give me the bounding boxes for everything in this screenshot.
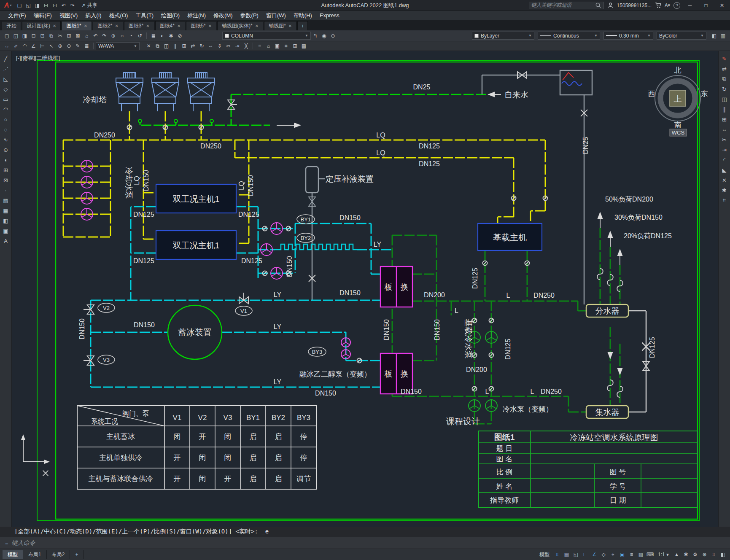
compass-north[interactable]: 北 (674, 66, 682, 74)
region-icon[interactable]: ▣ (1, 226, 11, 236)
hatch-icon[interactable]: ▨ (1, 195, 11, 205)
properties-panel-icon[interactable]: ◧ (710, 32, 719, 40)
ellipse-arc-icon[interactable]: ◖ (1, 155, 11, 165)
otrack-icon[interactable]: ⌖ (609, 550, 617, 559)
offset-right-icon[interactable]: ∥ (719, 104, 730, 114)
construction-line-icon[interactable]: ⋰ (1, 64, 11, 74)
move-right-icon[interactable]: ⇄ (719, 64, 730, 74)
copy-right-icon[interactable]: ⧉ (719, 74, 730, 84)
drawing-canvas[interactable]: [-][俯视][二维线框] (12, 51, 718, 527)
qnew-icon[interactable]: ▢ (3, 32, 11, 40)
close-icon[interactable]: ✕ (208, 24, 212, 28)
autocad-logo-icon[interactable]: A▾ (2, 2, 14, 9)
close-icon[interactable]: ✕ (177, 24, 180, 28)
rotate-icon[interactable]: ↻ (197, 42, 206, 50)
zoom-realtime-icon[interactable]: ○ (118, 32, 127, 40)
minimize-button[interactable]: ─ (684, 0, 696, 11)
sketch-icon[interactable]: ✎ (719, 54, 730, 64)
undo-tool-icon[interactable]: ↶ (91, 32, 100, 40)
break-icon[interactable]: ╳ (242, 42, 251, 50)
compass-west[interactable]: 西 (648, 90, 655, 98)
color-combo[interactable]: ByLayer▼ (472, 32, 534, 40)
create-block-icon[interactable]: ⊠ (1, 175, 11, 185)
dim-edit-icon[interactable]: ✎ (73, 42, 82, 50)
zoom-previous-icon[interactable]: ↺ (135, 32, 144, 40)
mirror-icon[interactable]: ◫ (162, 42, 171, 50)
sheet-set-icon[interactable]: ▥ (719, 32, 727, 40)
mtext-icon[interactable]: A (1, 236, 11, 246)
new-file-icon[interactable]: ▢ (15, 1, 24, 10)
layer-previous-icon[interactable]: ↰ (311, 32, 320, 40)
lineweight-icon[interactable]: ≡ (627, 550, 636, 559)
offset-icon[interactable]: ∥ (171, 42, 180, 50)
menu-file[interactable]: 文件(F) (4, 11, 30, 20)
dim-arc-icon[interactable]: ◠ (20, 42, 29, 50)
redo-icon[interactable]: ↷ (68, 1, 77, 10)
dim-angular-icon[interactable]: ∠ (29, 42, 38, 50)
menu-insert[interactable]: 插入(I) (81, 11, 105, 20)
new-layout-button[interactable]: + (70, 550, 84, 559)
help-icon[interactable]: ? (673, 2, 680, 9)
mirror-right-icon[interactable]: ◫ (719, 94, 730, 104)
array-right-icon[interactable]: ⊞ (719, 114, 730, 124)
plotstyle-combo[interactable]: ByColor▼ (657, 32, 706, 40)
close-icon[interactable]: ✕ (288, 24, 292, 28)
polyline-icon[interactable]: ◺ (1, 74, 11, 84)
stretch-icon[interactable]: ⇕ (215, 42, 224, 50)
help-search-input[interactable]: 键入关键字或短语 (529, 2, 604, 9)
pan-icon[interactable]: ⊕ (109, 32, 118, 40)
tab-start[interactable]: 开始 (2, 21, 21, 30)
group-icon[interactable]: ▣ (273, 42, 282, 50)
linetype-combo[interactable]: Continuous▼ (538, 32, 600, 40)
match-prop-icon[interactable]: ⌂ (264, 42, 273, 50)
match-properties-icon[interactable]: ⌂ (82, 32, 91, 40)
center-mark-icon[interactable]: ⊕ (56, 42, 65, 50)
boundary-icon[interactable]: ◧ (1, 215, 11, 226)
menu-format[interactable]: 格式(O) (105, 11, 132, 20)
compass-center[interactable]: 上 (674, 94, 682, 103)
dynamic-input-icon[interactable]: ⌨ (646, 550, 655, 559)
revcloud-icon[interactable]: ◌ (1, 124, 11, 135)
circle-icon[interactable]: ○ (1, 114, 11, 124)
point-icon[interactable]: ∙ (1, 185, 11, 195)
gradient-icon[interactable]: ▦ (1, 205, 11, 215)
units-icon[interactable]: ⌗ (709, 550, 718, 559)
measure-right-icon[interactable]: ⌗ (719, 195, 730, 205)
compass-east[interactable]: 东 (701, 90, 708, 98)
isodraft-icon[interactable]: ◇ (599, 550, 608, 559)
save-icon[interactable]: ◨ (33, 1, 42, 10)
annotation-autoscale-icon[interactable]: ✱ (682, 550, 690, 559)
erase-right-icon[interactable]: ✕ (719, 175, 730, 185)
dim-aligned-icon[interactable]: ⇗ (11, 42, 20, 50)
layer-isolate-icon[interactable]: ⊙ (329, 32, 337, 40)
cart-icon[interactable] (655, 2, 661, 8)
undo-icon[interactable]: ↶ (59, 1, 68, 10)
arc-icon[interactable]: ◠ (1, 104, 11, 114)
workspace-gear-icon[interactable]: ⚙ (691, 550, 700, 559)
zoom-window-icon[interactable]: ◔ (127, 32, 135, 40)
explode-icon[interactable]: ✱ (719, 185, 730, 195)
compass-south[interactable]: 南 (674, 121, 682, 129)
polygon-icon[interactable]: ◇ (1, 84, 11, 94)
copy-clip-icon[interactable]: ⊞ (65, 32, 73, 40)
insert-block-icon[interactable]: ⊞ (1, 165, 11, 175)
save-file-icon[interactable]: ◨ (20, 32, 29, 40)
text-style-combo[interactable]: WAWA▼ (96, 42, 140, 50)
layer-states-icon[interactable]: ◐ (158, 32, 167, 40)
spline-icon[interactable]: ∿ (1, 135, 11, 145)
tab-axis-solid[interactable]: 轴线图(实体)*✕ (217, 21, 263, 30)
tab-axis[interactable]: 轴线图*✕ (264, 21, 296, 30)
line-tool-icon[interactable]: ╱ (1, 54, 11, 64)
tab-sheet4[interactable]: 图纸4*✕ (155, 21, 186, 30)
extend-right-icon[interactable]: ⇥ (719, 145, 730, 155)
tab-sheet5[interactable]: 图纸5*✕ (186, 21, 216, 30)
menu-modify[interactable]: 修改(M) (210, 11, 237, 20)
quickcalc-icon[interactable]: ⊞ (291, 42, 299, 50)
move-icon[interactable]: ⇄ (189, 42, 197, 50)
lineweight-combo[interactable]: 0.30 mm▼ (603, 32, 653, 40)
infer-icon[interactable]: ◱ (571, 550, 580, 559)
command-history[interactable]: [全部(A)/中心(C)/动态(D)/范围(E)/上一个(P)/比例(S)/窗口… (0, 527, 730, 537)
annotation-scale-label[interactable]: 1:1 ▾ (655, 550, 672, 559)
tab-sheet1[interactable]: 图纸1*✕ (62, 21, 92, 30)
annotation-visibility-icon[interactable]: ▲ (672, 550, 681, 559)
